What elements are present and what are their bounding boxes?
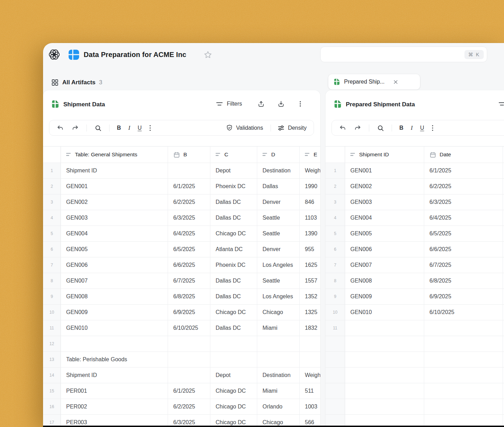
cell[interactable]: Chicago [257,415,300,427]
column-header[interactable]: B [168,147,210,163]
cell[interactable] [168,352,210,367]
cell[interactable]: Depot [210,163,257,178]
cell[interactable]: 511 [300,383,320,399]
cell[interactable] [345,368,424,383]
cell[interactable] [61,336,168,351]
density-button[interactable]: Density [288,125,307,131]
cell[interactable]: Miami [257,383,300,399]
filters-button[interactable]: Filters [227,101,242,107]
download-icon[interactable] [277,100,285,108]
cell[interactable] [345,399,424,414]
cell[interactable]: 1832 [300,320,320,336]
cell[interactable]: Shipment ID [61,163,168,178]
cell[interactable] [424,415,503,427]
global-search-input[interactable]: ⌘ K [320,47,487,62]
cell[interactable]: Depot [210,368,257,383]
cell[interactable] [210,352,257,367]
cell[interactable]: GEN002 [61,194,168,210]
row-number[interactable]: 11 [326,320,345,336]
row-number[interactable]: 9 [43,289,61,304]
favorite-star-icon[interactable] [203,50,212,59]
filter-icon[interactable] [216,100,223,108]
cell[interactable]: GEN004 [61,226,168,241]
cell[interactable]: 6/9/2025 [424,289,503,304]
cell[interactable]: Dallas DC [210,289,257,304]
row-number[interactable]: 14 [43,368,61,383]
cell[interactable]: 6/7/2025 [168,273,210,289]
cell[interactable]: Dallas DC [210,320,257,336]
cell[interactable]: Weight [300,368,320,383]
cell[interactable]: GEN006 [61,257,168,273]
cell[interactable]: 6/1/2025 [168,179,210,194]
cell[interactable]: GEN003 [345,194,424,210]
validations-button[interactable]: Validations [236,125,263,131]
row-number[interactable]: 16 [43,399,61,414]
cell[interactable]: Dallas DC [210,194,257,210]
cell[interactable]: 1325 [300,305,320,320]
cell[interactable]: 6/1/2025 [168,383,210,399]
cell[interactable]: 6/8/2025 [168,289,210,304]
cell[interactable]: 6/9/2025 [168,305,210,320]
filter-icon[interactable] [498,100,504,108]
cell[interactable]: 955 [300,242,320,257]
bold-button[interactable]: B [117,125,121,131]
cell[interactable]: 6/8/2025 [424,273,503,289]
cell[interactable]: GEN006 [345,242,424,257]
row-number[interactable]: 5 [326,226,345,241]
cell[interactable]: Table: Perishable Goods [61,352,168,367]
cell[interactable]: Phoenix DC [210,179,257,194]
cell[interactable]: 1103 [300,210,320,226]
row-number[interactable]: 12 [43,336,61,351]
cell[interactable]: 6/3/2025 [168,210,210,226]
cell[interactable]: Shipment ID [61,368,168,383]
search-icon[interactable] [377,124,384,132]
redo-icon[interactable] [71,124,79,132]
cell[interactable] [300,336,320,351]
cell[interactable]: Seattle [257,210,300,226]
cell[interactable]: Destination [257,368,300,383]
row-number[interactable] [326,415,345,427]
cell[interactable] [168,336,210,351]
row-number[interactable]: 4 [43,210,61,226]
cell[interactable]: Destination [257,163,300,178]
cell[interactable]: Denver [257,242,300,257]
close-icon[interactable] [393,79,398,85]
cell[interactable]: 1390 [300,226,320,241]
cell[interactable]: GEN009 [61,305,168,320]
upload-icon[interactable] [257,100,265,108]
row-number[interactable]: 7 [43,257,61,273]
cell[interactable]: Los Angeles [257,289,300,304]
cell[interactable]: GEN007 [345,257,424,273]
column-header[interactable]: E [300,147,320,163]
cell[interactable] [210,336,257,351]
row-number[interactable]: 15 [43,383,61,399]
corner-cell[interactable] [326,147,345,163]
underline-button[interactable]: U [138,125,142,131]
cell[interactable]: Miami [257,320,300,336]
cell[interactable]: GEN009 [345,289,424,304]
cell[interactable]: 6/7/2025 [424,257,503,273]
cell[interactable]: GEN008 [345,273,424,289]
cell[interactable] [424,383,503,399]
row-number[interactable] [326,336,345,351]
cell[interactable]: 6/3/2025 [168,415,210,427]
cell[interactable]: 6/6/2025 [168,257,210,273]
cell[interactable] [345,320,424,336]
cell[interactable]: GEN004 [345,210,424,226]
cell[interactable]: 6/6/2025 [424,242,503,257]
cell[interactable]: Chicago [257,305,300,320]
search-icon[interactable] [94,124,102,132]
row-number[interactable]: 4 [326,210,345,226]
cell[interactable]: GEN008 [61,289,168,304]
cell[interactable] [424,399,503,414]
row-number[interactable] [326,399,345,414]
cell[interactable]: 6/10/2025 [424,305,503,320]
cell[interactable] [424,352,503,367]
redo-icon[interactable] [354,124,362,132]
row-number[interactable]: 10 [326,305,345,320]
italic-button[interactable]: I [411,124,413,131]
cell[interactable]: GEN001 [61,179,168,194]
shield-check-icon[interactable] [226,124,233,131]
cell[interactable]: 1990 [300,179,320,194]
density-sliders-icon[interactable] [277,124,285,132]
